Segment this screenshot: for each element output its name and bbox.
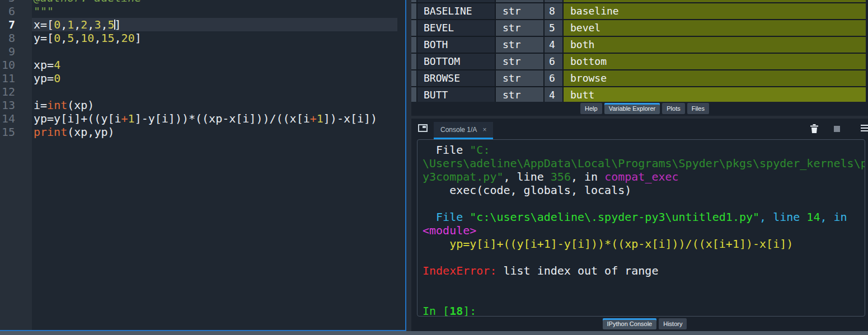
variable-value-cell[interactable]: both [564,37,866,54]
spyder-window: 56789101112131415 @author: adeline"""x=[… [0,0,868,335]
variable-name-cell[interactable]: BASELINE [417,3,496,20]
console-line: \Users\adeline\AppData\Local\Programs\Sp… [423,157,865,170]
code-line[interactable] [32,45,397,58]
console-header: Console 1/A× [411,119,868,139]
line-number: 6 [0,4,32,18]
editor-code-lines: @author: adeline"""x=[0,1,2,3,5]y=[0,5,1… [32,0,405,139]
variable-type-cell[interactable]: str [496,3,545,20]
variable-name-cell[interactable]: BEVEL [417,20,496,37]
tab-files[interactable]: Files [687,103,709,114]
row-handle[interactable] [411,70,417,87]
variable-type-cell[interactable]: str [496,54,545,70]
line-number: 13 [0,98,32,112]
console-pane[interactable]: Console 1/A× File "C:\Users\adeline\AppD… [411,119,868,331]
editor-pane[interactable]: 56789101112131415 @author: adeline"""x=[… [0,0,406,331]
console-line: yp=y[i]+((y[i+1]-y[i]))*((xp-x[i]))/((x[… [423,237,865,251]
variable-size-cell[interactable]: 8 [545,3,564,20]
console-line [423,197,865,210]
table-row[interactable]: BEVELstr5bevel [411,20,866,37]
variable-value-cell[interactable]: browse [564,70,866,87]
console-line: File "C: [423,143,865,157]
line-number: 7 [0,18,32,31]
console-line [423,277,865,291]
table-row[interactable]: BUTTstr4butt [411,87,866,102]
console-line [423,251,865,264]
variable-explorer-tabstrip: HelpVariable ExplorerPlotsFiles [411,103,868,114]
line-number: 5 [0,0,32,4]
console-tab[interactable]: Console 1/A× [434,122,493,139]
variable-explorer-pane[interactable]: BASELINEstr8baselineBEVELstr5bevelBOTHst… [411,0,868,116]
variable-table[interactable]: BASELINEstr8baselineBEVELstr5bevelBOTHst… [411,0,866,102]
console-line [423,291,865,304]
console-line: <module> [423,224,865,237]
line-number: 12 [0,85,32,98]
variable-size-cell[interactable]: 6 [545,70,564,87]
code-line[interactable]: i=int(xp) [32,98,397,112]
stop-icon[interactable] [834,126,840,132]
line-number: 11 [0,72,32,85]
vertical-splitter[interactable] [406,0,411,331]
line-number: 10 [0,58,32,72]
console-line: In [18]: [423,304,865,317]
tab-variable-explorer[interactable]: Variable Explorer [604,103,660,114]
variable-size-cell[interactable]: 4 [545,87,564,102]
line-number: 14 [0,112,32,125]
code-line[interactable]: x=[0,1,2,3,5] [32,18,397,31]
editor-gutter[interactable]: 56789101112131415 [0,0,32,330]
variable-type-cell[interactable]: str [496,87,545,102]
row-handle[interactable] [411,37,417,54]
new-window-icon[interactable] [418,124,428,132]
right-column: BASELINEstr8baselineBEVELstr5bevelBOTHst… [411,0,868,331]
code-line[interactable]: yp=y[i]+((y[i+1]-y[i]))*((xp-x[i]))/((x[… [32,112,397,125]
line-number: 15 [0,125,32,139]
variable-type-cell[interactable]: str [496,70,545,87]
status-bar [0,331,868,335]
line-number: 9 [0,45,32,58]
variable-type-cell[interactable]: str [496,37,545,54]
console-tabstrip: IPython ConsoleHistory [411,318,868,329]
row-handle[interactable] [411,3,417,20]
code-line[interactable]: """ [32,4,397,18]
tab-help[interactable]: Help [580,103,602,114]
tab-history[interactable]: History [659,318,687,329]
row-handle[interactable] [411,20,417,37]
variable-name-cell[interactable]: BROWSE [417,70,496,87]
code-line[interactable]: @author: adeline [32,0,397,4]
variable-size-cell[interactable]: 5 [545,20,564,37]
console-line: exec(code, globals, locals) [423,183,865,197]
console-line: y3compat.py", line 356, in compat_exec [423,170,865,183]
variable-value-cell[interactable]: baseline [564,3,866,20]
variable-value-cell[interactable]: bevel [564,20,866,37]
tab-ipython-console[interactable]: IPython Console [603,318,657,329]
close-icon[interactable]: × [482,126,486,134]
tab-plots[interactable]: Plots [662,103,684,114]
console-line: File "c:\users\adeline\.spyder-py3\untit… [423,210,865,224]
console-output[interactable]: File "C:\Users\adeline\AppData\Local\Pro… [417,139,865,317]
editor-code-area[interactable]: @author: adeline"""x=[0,1,2,3,5]y=[0,5,1… [32,0,405,330]
code-line[interactable]: print(xp,yp) [32,125,397,139]
console-line: IndexError: list index out of range [423,264,865,277]
table-row[interactable]: BROWSEstr6browse [411,70,866,87]
table-row[interactable]: BOTTOMstr6bottom [411,54,866,70]
code-line[interactable]: xp=4 [32,58,397,72]
variable-name-cell[interactable]: BUTT [417,87,496,102]
variable-type-cell[interactable]: str [496,20,545,37]
variable-value-cell[interactable]: butt [564,87,866,102]
table-row[interactable]: BASELINEstr8baseline [411,3,866,20]
options-menu-icon[interactable] [861,125,868,133]
line-number: 8 [0,31,32,45]
row-handle[interactable] [411,87,417,102]
variable-size-cell[interactable]: 4 [545,37,564,54]
code-line[interactable]: yp=0 [32,72,397,85]
trash-icon[interactable] [810,124,819,134]
variable-name-cell[interactable]: BOTH [417,37,496,54]
variable-value-cell[interactable]: bottom [564,54,866,70]
table-row[interactable]: BOTHstr4both [411,37,866,54]
variable-size-cell[interactable]: 6 [545,54,564,70]
code-line[interactable] [32,85,397,98]
variable-name-cell[interactable]: BOTTOM [417,54,496,70]
code-line[interactable]: y=[0,5,10,15,20] [32,31,397,45]
row-handle[interactable] [411,54,417,70]
editor-gutter-lines: 56789101112131415 [0,0,32,139]
console-tab-label: Console 1/A [440,126,477,134]
